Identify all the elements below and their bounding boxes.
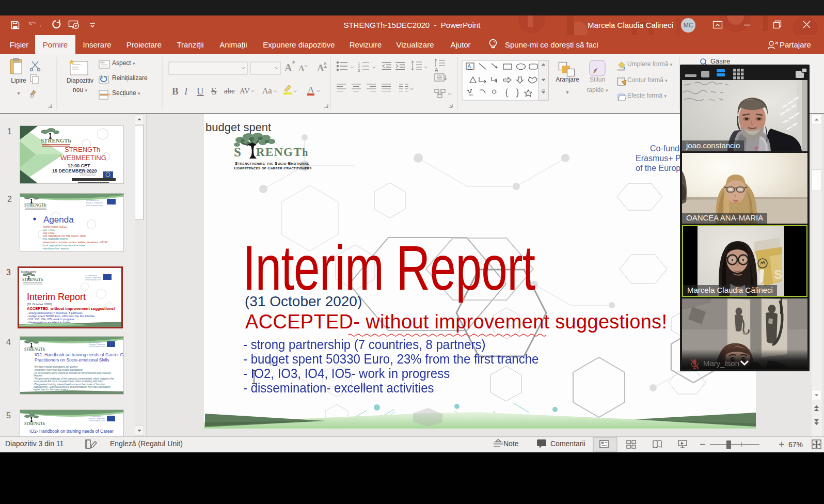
svg-text:of the European Union: of the European Union: [89, 420, 105, 422]
svg-text:Mary_Ison: Mary_Ison: [703, 359, 739, 368]
svg-text:ACCEPTED- without improvement: ACCEPTED- without improvement suggestion…: [27, 306, 115, 311]
svg-text:of the European Union: of the European Union: [85, 279, 101, 281]
svg-text:67%: 67%: [788, 440, 803, 449]
svg-text:A: A: [435, 67, 438, 73]
svg-text:Aa: Aa: [262, 86, 272, 95]
svg-text:A: A: [298, 64, 305, 73]
svg-text:Co-funded by the: Co-funded by the: [86, 199, 99, 201]
svg-text:- Interim Report-RESULT: - Interim Report-RESULT: [42, 226, 68, 228]
svg-text:-All six scenarios were viewed: -All six scenarios were viewed as releva…: [34, 372, 112, 374]
svg-text:- IO3: FEEDBACK ON THE DRAFT-: - IO3: FEEDBACK ON THE DRAFT- ISON: [42, 235, 86, 238]
svg-text:S: S: [234, 145, 241, 159]
svg-text:of the European Union: of the European Union: [89, 345, 105, 348]
svg-text:of the European Union: of the European Union: [86, 204, 103, 207]
svg-text:abc: abc: [224, 87, 235, 95]
svg-text:STRENGTh: STRENGTh: [41, 137, 71, 144]
svg-text:-Altogether, more than 500 peo: -Altogether, more than 500 people partic…: [34, 369, 83, 371]
svg-text:IO2- Handbook on training need: IO2- Handbook on training needs of Caree…: [29, 429, 114, 434]
svg-text:U: U: [197, 86, 204, 97]
svg-text:-We have enough participants p: -We have enough participants per country: [34, 366, 78, 368]
svg-text:of the European Union: of the European Union: [80, 174, 96, 176]
svg-text:STRENGTh: STRENGTh: [22, 277, 43, 282]
svg-text:Interim Report: Interim Report: [27, 292, 86, 302]
svg-text:frequent: frequent: [34, 374, 43, 377]
svg-text:- IO2: FINAL: - IO2: FINAL: [42, 232, 55, 234]
svg-text:S: S: [211, 86, 217, 97]
svg-text:I: I: [184, 86, 188, 97]
svg-text:RENGTh: RENGTh: [256, 146, 309, 159]
svg-text:- IO1- FINAL: - IO1- FINAL: [42, 229, 55, 231]
svg-text:(31 October 2020): (31 October 2020): [27, 303, 52, 306]
svg-text:STRENGTh: STRENGTh: [24, 347, 45, 352]
svg-text:Practitioners on Socio-emotion: Practitioners on Socio-emotional Skills: [35, 357, 109, 363]
svg-text:- dissemination: activities, p: - dissemination: activities, posters, le…: [42, 241, 108, 244]
svg-text:STRENGTh: STRENGTh: [24, 421, 45, 426]
svg-text:IO2- Handbook on training need: IO2- Handbook on training needs of Caree…: [35, 352, 123, 357]
svg-text:- IO4: WEBSITE STATUS: - IO4: WEBSITE STATUS: [42, 238, 68, 241]
svg-text:Agenda: Agenda: [43, 215, 74, 225]
svg-text:COMPETENCES OF CAREER PRACTITI: COMPETENCES OF CAREER PRACTITIONERS: [234, 166, 312, 170]
svg-text:Erasmus+ Programme: Erasmus+ Programme: [86, 202, 103, 204]
svg-text:A: A: [468, 64, 471, 69]
svg-text:WEBMEETING: WEBMEETING: [60, 154, 106, 162]
svg-text:12:00 CET: 12:00 CET: [68, 163, 90, 168]
svg-text:some people felt more competen: some people felt more competent than oth…: [34, 380, 103, 383]
svg-text:- local, regional and internat: - local, regional and international acti…: [42, 244, 85, 247]
svg-text:A: A: [284, 62, 292, 73]
svg-text:S: S: [774, 267, 782, 281]
svg-text:A: A: [308, 85, 314, 94]
svg-text:higher than for the other clus: higher than for the other clusters.: [34, 388, 68, 391]
svg-text:B: B: [172, 86, 179, 97]
svg-text:STRENGTh: STRENGTh: [24, 203, 46, 208]
svg-text:AV: AV: [240, 87, 250, 95]
svg-text:A: A: [317, 62, 324, 73]
svg-text:STRENGTHENING THE SOCIO-EMOTIO: STRENGTHENING THE SOCIO-EMOTIONAL: [235, 161, 309, 166]
svg-text:- attendance lists- aspects: - attendance lists- aspects: [42, 247, 69, 250]
svg-text:3: 3: [358, 68, 360, 73]
svg-text:STRENGTh: STRENGTh: [65, 146, 100, 153]
